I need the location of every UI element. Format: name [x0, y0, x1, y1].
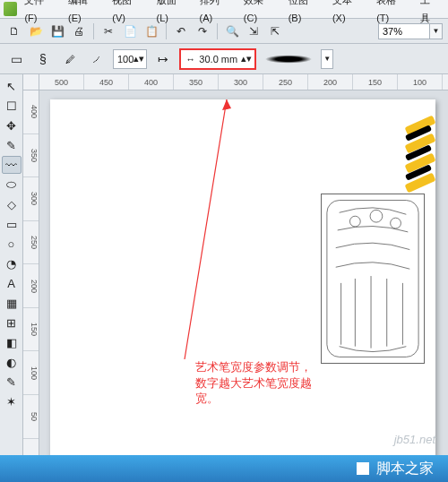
tool-table[interactable]: ▦	[2, 294, 22, 312]
separator	[217, 23, 218, 39]
spin-icon[interactable]: ▴▾	[241, 53, 250, 65]
tool-pick[interactable]: ↖	[2, 77, 22, 95]
print-button[interactable]: 🖨	[70, 22, 88, 40]
tool-zoom[interactable]: ✎	[2, 136, 22, 154]
stroke-width-control[interactable]: ↔ 30.0 mm ▴▾	[179, 48, 256, 70]
separator	[93, 23, 94, 39]
footer-banner: 脚本之家	[0, 455, 448, 482]
app-icon	[4, 2, 17, 16]
save-button[interactable]: 💾	[48, 22, 66, 40]
svg-point-4	[370, 210, 383, 222]
paste-button[interactable]: 📋	[142, 22, 160, 40]
spin-icon[interactable]: ▴▾	[134, 53, 142, 65]
brush-stroke-preview	[262, 52, 315, 66]
tool-eyedropper[interactable]: ✎	[2, 373, 22, 391]
new-button[interactable]: 🗋	[5, 22, 23, 40]
undo-button[interactable]: ↶	[172, 22, 190, 40]
svg-point-5	[391, 218, 401, 228]
separator	[166, 23, 167, 39]
svg-rect-2	[327, 201, 418, 357]
tool-outline[interactable]: ✶	[2, 392, 22, 410]
preset-icon[interactable]: ▭	[5, 48, 27, 70]
page[interactable]: 艺术笔宽度参数调节， 数字越大艺术笔宽度越 宽。	[50, 99, 435, 458]
annotation-arrow	[177, 99, 249, 368]
artwork-stripes	[405, 117, 441, 198]
width-icon: ↔	[185, 54, 195, 65]
menu-text[interactable]: 文本(X)	[327, 0, 369, 27]
tool-rectangle[interactable]: ◇	[2, 195, 22, 213]
menu-bar: 文件(F) 编辑(E) 视图(V) 版面(L) 排列(A) 效果(C) 位图(B…	[0, 0, 448, 19]
workspace: ↖ ☐ ✥ ✎ 〰 ⬭ ◇ ▭ ○ ◔ A ▦ ⊞ ◧ ◐ ✎ ✶ 500450…	[0, 74, 448, 482]
artwork-lineart	[321, 194, 425, 364]
brush-size-value: 100	[117, 54, 134, 65]
copy-button[interactable]: 📄	[121, 22, 139, 40]
zoom-control: ▼	[378, 23, 443, 39]
import-button[interactable]: ⇲	[245, 22, 263, 40]
tool-shape[interactable]: ☐	[2, 97, 22, 115]
cut-button[interactable]: ✂	[99, 22, 117, 40]
tool-interactive[interactable]: ◐	[2, 353, 22, 371]
annotation-text: 艺术笔宽度参数调节， 数字越大艺术笔宽度越 宽。	[195, 359, 312, 407]
tool-polygon[interactable]: ○	[2, 235, 22, 253]
tool-crop[interactable]: ✥	[2, 116, 22, 134]
redo-button[interactable]: ↷	[194, 22, 211, 40]
search-button[interactable]: 🔍	[223, 22, 241, 40]
toolbox: ↖ ☐ ✥ ✎ 〰 ⬭ ◇ ▭ ○ ◔ A ▦ ⊞ ◧ ◐ ✎ ✶	[0, 74, 23, 482]
svg-marker-1	[222, 99, 231, 110]
stroke-width-value: 30.0 mm	[199, 54, 237, 65]
footer-label: 脚本之家	[376, 460, 434, 478]
canvas-area[interactable]: 500450400350300250200150100 400350300250…	[23, 74, 448, 482]
open-button[interactable]: 📂	[27, 22, 45, 40]
svg-line-0	[185, 99, 227, 359]
watermark: jb51.net	[394, 433, 435, 446]
freehand-icon[interactable]: §	[32, 48, 54, 70]
zoom-input[interactable]	[378, 23, 430, 39]
ruler-corner	[23, 74, 39, 90]
tool-text[interactable]: A	[2, 274, 22, 292]
eyedropper-icon[interactable]: ⟋	[86, 48, 108, 70]
zoom-dropdown-icon[interactable]: ▼	[430, 23, 443, 39]
svg-point-3	[349, 216, 360, 227]
tool-ellipse[interactable]: ▭	[2, 215, 22, 233]
export-button[interactable]: ⇱	[266, 22, 284, 40]
tool-dimension[interactable]: ⊞	[2, 314, 22, 331]
tool-basic-shapes[interactable]: ◔	[2, 254, 22, 272]
ruler-horizontal: 500450400350300250200150100	[39, 74, 448, 90]
brush-dropdown-icon[interactable]: ▼	[321, 49, 333, 69]
unit-icon[interactable]: ↦	[152, 48, 174, 70]
footer-icon	[357, 462, 369, 475]
tool-smartfill[interactable]: ⬭	[2, 176, 22, 194]
menu-bitmap[interactable]: 位图(B)	[283, 0, 325, 27]
tool-freehand[interactable]: 〰	[2, 156, 22, 174]
smoothing-icon[interactable]: 🖉	[59, 48, 81, 70]
property-bar: ▭ § 🖉 ⟋ 100 ▴▾ ↦ ↔ 30.0 mm ▴▾ ▼	[0, 44, 448, 74]
ruler-vertical: 400350300250200150100500	[23, 90, 39, 482]
brush-size-field[interactable]: 100 ▴▾	[113, 49, 147, 69]
tool-connector[interactable]: ◧	[2, 333, 22, 351]
